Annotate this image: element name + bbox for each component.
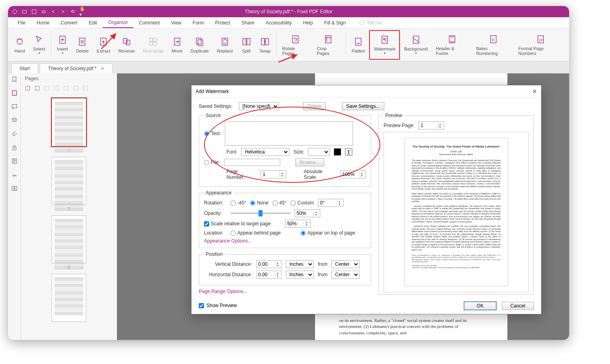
compare-icon[interactable]	[11, 185, 18, 192]
select-tool[interactable]: Select▾	[29, 30, 49, 60]
rotate-pages[interactable]: Rotate Pages	[278, 30, 313, 60]
vdist-from-select[interactable]: Center	[331, 260, 360, 268]
underline-toggle[interactable]: T	[345, 148, 352, 156]
open-icon[interactable]	[22, 9, 27, 14]
thumb-tool-icon[interactable]	[73, 85, 79, 91]
menu-convert[interactable]: Convert	[55, 17, 83, 28]
redo-icon[interactable]: ⟲	[70, 9, 75, 14]
file-radio[interactable]: File:	[204, 160, 220, 165]
tab-document[interactable]: Theory of Society.pdf *✕	[40, 63, 113, 73]
thumb-tool-icon[interactable]	[34, 85, 40, 91]
hdist-spinner[interactable]: ▲▼	[256, 271, 282, 279]
attachments-icon[interactable]	[11, 130, 18, 138]
hand-tool[interactable]: Hand	[10, 30, 29, 60]
tell-me-search[interactable]: Tell me...	[360, 20, 386, 26]
comments-icon[interactable]	[11, 103, 18, 110]
page-thumbnail[interactable]: for(let i=0;i<30;i++)document.write('<di…	[52, 274, 86, 324]
rotation-pos45[interactable]: 45°	[273, 200, 287, 206]
reverse-pages[interactable]: Reverse	[114, 30, 139, 60]
menu-home[interactable]: Home	[31, 17, 55, 28]
page-range-options-link[interactable]: Page Range Options...	[199, 289, 247, 294]
move-pages[interactable]: Move	[168, 30, 186, 60]
rotation-custom[interactable]: Custom	[291, 200, 314, 206]
location-behind[interactable]: Appear behind page	[230, 230, 281, 236]
print-icon[interactable]	[41, 9, 46, 14]
header-footer-button[interactable]: Header & Footer	[432, 30, 472, 60]
opacity-spinner[interactable]: ▲▼	[295, 209, 320, 217]
hdist-unit-select[interactable]: Inches	[286, 271, 314, 279]
extract-pages[interactable]: Extract	[93, 30, 114, 60]
save-settings-button[interactable]: Save Settings...	[342, 102, 384, 110]
close-icon[interactable]: ✕	[532, 88, 537, 95]
opacity-slider[interactable]	[230, 212, 291, 214]
vdist-unit-select[interactable]: Inches	[286, 260, 314, 268]
background-button[interactable]: Background▾	[400, 30, 432, 60]
rotation-neg45[interactable]: -45°	[230, 200, 246, 206]
page-thumbnail[interactable]: for(let i=0;i<40;i++)document.write('<di…	[52, 157, 86, 211]
format-page-numbers-button[interactable]: 1#Format Page Numbers	[514, 30, 567, 60]
thumb-tool-icon[interactable]	[44, 85, 50, 91]
saved-settings-select[interactable]: [None specified]	[239, 102, 279, 110]
menu-edit[interactable]: Edit	[83, 17, 103, 28]
tab-start[interactable]: Start	[11, 63, 38, 73]
crop-pages[interactable]: Crop Pages	[313, 30, 344, 60]
rotation-none[interactable]: None	[250, 200, 269, 206]
menu-accessibility[interactable]: Accessibility	[260, 17, 297, 28]
font-select[interactable]: Helvetica	[241, 148, 289, 156]
menu-file[interactable]: File	[12, 17, 31, 28]
appearance-options-link[interactable]: Appearance Options...	[204, 238, 252, 244]
hdist-from-select[interactable]: Center	[331, 271, 360, 279]
preview-page-spinner[interactable]: ▲▼	[418, 121, 444, 129]
signature-icon[interactable]	[11, 171, 18, 178]
close-icon[interactable]: ✕	[101, 66, 104, 71]
location-ontop[interactable]: Appear on top of page	[301, 230, 355, 236]
flatten-pages[interactable]: Flatten	[347, 30, 369, 60]
bates-numbering-button[interactable]: #Bates Numbering	[472, 30, 514, 60]
swap-pages[interactable]: Swap	[256, 30, 275, 60]
menu-protect[interactable]: Protect	[210, 17, 236, 28]
page-number-spinner[interactable]: ▲▼	[261, 170, 286, 178]
color-picker[interactable]	[334, 148, 341, 156]
cancel-button[interactable]: Cancel	[502, 302, 534, 310]
save-icon[interactable]	[31, 9, 37, 14]
thumb-tool-icon[interactable]	[54, 85, 59, 91]
undo-icon[interactable]	[50, 9, 56, 14]
page-thumbnail[interactable]: for(let i=0;i<40;i++)document.write('<di…	[52, 98, 86, 153]
replace-pages[interactable]: Replace	[213, 30, 237, 60]
layers-icon[interactable]	[11, 117, 18, 124]
absolute-scale-spinner[interactable]: ▲▼	[340, 170, 366, 178]
menu-fillsign[interactable]: Fill & Sign	[319, 17, 351, 28]
touch-mode-icon[interactable]: ✋▾	[79, 9, 85, 14]
page-thumbnail[interactable]: for(let i=0;i<40;i++)document.write('<di…	[52, 215, 86, 270]
ok-button[interactable]: OK	[464, 302, 496, 310]
bookmark-icon[interactable]	[11, 76, 18, 83]
pages-icon[interactable]	[11, 89, 18, 97]
menu-share[interactable]: Share	[236, 17, 260, 28]
menu-organize[interactable]: Organize	[103, 17, 133, 28]
scale-spinner[interactable]: ▲▼	[285, 220, 311, 228]
thumb-tool-icon[interactable]	[25, 85, 30, 91]
watermark-text-input[interactable]	[225, 121, 353, 146]
show-preview-checkbox[interactable]: Show Preview	[199, 303, 237, 308]
vdist-spinner[interactable]: ▲▼	[256, 260, 282, 268]
menu-help[interactable]: Help	[297, 17, 319, 28]
text-radio[interactable]: Text:	[204, 131, 221, 136]
duplicate-pages[interactable]: Duplicate	[186, 30, 213, 60]
delete-pages[interactable]: Delete	[72, 30, 93, 60]
redo-icon[interactable]	[60, 9, 66, 14]
thumb-tool-icon[interactable]	[83, 85, 88, 91]
rotation-value-spinner[interactable]: ▲▼	[318, 199, 343, 207]
menu-form[interactable]: Form	[187, 17, 210, 28]
articles-icon[interactable]	[11, 158, 18, 165]
watermark-button[interactable]: Watermark▾	[369, 30, 400, 60]
size-select[interactable]	[308, 148, 330, 156]
file-path-input[interactable]	[224, 159, 280, 166]
menu-comment[interactable]: Comment	[133, 17, 166, 28]
visible-text-snippet: on its environment. Rather, a "closed" s…	[339, 317, 483, 336]
insert-pages[interactable]: Insert▾	[53, 30, 72, 60]
security-icon[interactable]	[11, 144, 18, 151]
menu-view[interactable]: View	[166, 17, 187, 28]
thumb-tool-icon[interactable]	[63, 85, 69, 91]
split-pages[interactable]: Split	[237, 30, 256, 60]
scale-checkbox[interactable]: Scale relative to target page	[204, 221, 271, 226]
